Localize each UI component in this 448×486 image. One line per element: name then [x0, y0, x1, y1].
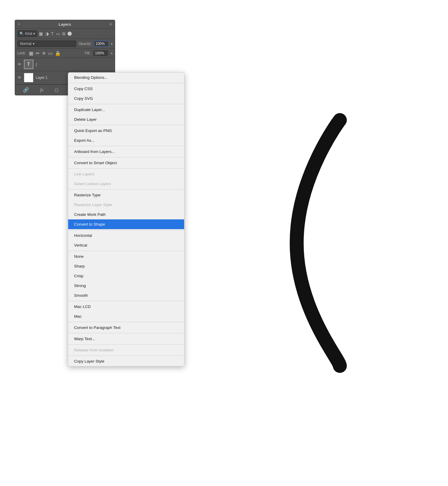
type-filter-icon[interactable]: T	[51, 31, 54, 36]
canvas-curve-svg	[279, 110, 361, 376]
menu-sharp[interactable]: Sharp	[68, 261, 184, 271]
smart-filter-icon[interactable]: ⧉	[62, 31, 65, 36]
menu-convert-to-shape[interactable]: Convert to Shape	[68, 219, 184, 229]
layer-thumbnail-text: T	[24, 60, 33, 69]
blend-mode-label: Normal	[20, 42, 32, 46]
opacity-input[interactable]	[94, 41, 109, 47]
menu-copy-layer-style[interactable]: Copy Layer Style	[68, 356, 184, 366]
menu-copy-css[interactable]: Copy CSS	[68, 84, 184, 94]
menu-separator	[68, 230, 184, 230]
mask-icon[interactable]: ◻	[55, 87, 58, 93]
fill-dropdown-icon[interactable]: ▾	[111, 52, 112, 55]
opacity-label: Opacity:	[79, 42, 91, 46]
kind-dropdown[interactable]: 🔍 Kind ▾	[17, 30, 37, 37]
menu-blending-options[interactable]: Blending Options...	[68, 73, 184, 82]
fx-icon[interactable]: fx	[40, 87, 44, 93]
blend-opacity-row: Normal ▾ Opacity: ▾	[15, 39, 115, 49]
menu-separator	[68, 168, 184, 169]
panel-menu-icon[interactable]: ≡	[109, 22, 112, 27]
lock-paint-icon[interactable]: ✏	[36, 50, 40, 56]
menu-warp-text[interactable]: Warp Text...	[68, 334, 184, 344]
menu-create-work-path[interactable]: Create Work Path	[68, 210, 184, 219]
menu-vertical[interactable]: Vertical	[68, 240, 184, 250]
blend-mode-dropdown[interactable]: Normal ▾	[17, 40, 76, 47]
menu-separator	[68, 301, 184, 301]
shape-filter-icon[interactable]: ▭	[56, 31, 60, 36]
menu-delete-layer[interactable]: Delete Layer	[68, 115, 184, 124]
menu-separator	[68, 157, 184, 157]
menu-export-as[interactable]: Export As...	[68, 136, 184, 145]
blend-chevron-icon: ▾	[33, 42, 35, 46]
lock-pixels-icon[interactable]: ▦	[29, 50, 33, 56]
pixel-filter-icon[interactable]: ▦	[39, 31, 43, 36]
menu-convert-smart-object[interactable]: Convert to Smart Object	[68, 158, 184, 168]
menu-separator	[68, 333, 184, 333]
menu-separator	[68, 251, 184, 251]
filter-icons: ▦ ◑ T ▭ ⧉	[39, 31, 72, 36]
canvas-area	[192, 0, 448, 486]
panel-close-icon[interactable]: ×	[18, 22, 20, 26]
layer-item[interactable]: 👁 T (	[15, 58, 115, 71]
menu-separator	[68, 83, 184, 83]
lock-icons: ▦ ✏ ✛ ▭ 🔒	[29, 50, 61, 56]
lock-artboard-icon[interactable]: ▭	[48, 50, 53, 56]
fill-input[interactable]	[93, 50, 108, 56]
fill-label: Fill:	[85, 51, 90, 55]
menu-separator	[68, 355, 184, 356]
kind-label: Kind	[25, 32, 32, 36]
layer-visibility-icon[interactable]: 👁	[17, 75, 22, 80]
menu-link-layers[interactable]: Link Layers	[68, 169, 184, 179]
menu-mac-lcd[interactable]: Mac LCD	[68, 302, 184, 312]
layer-name: Layer 1	[36, 76, 48, 80]
layer-thumbnail-fill	[24, 73, 33, 82]
layer-name: (	[36, 62, 37, 66]
layer-visibility-icon[interactable]: 👁	[17, 62, 22, 67]
menu-copy-svg[interactable]: Copy SVG	[68, 94, 184, 103]
panel-title: Layers	[58, 22, 71, 27]
kind-chevron-icon: ▾	[33, 32, 35, 36]
menu-select-linked-layers[interactable]: Select Linked Layers	[68, 179, 184, 189]
menu-release-from-isolation[interactable]: Release from Isolation	[68, 345, 184, 355]
menu-rasterize-type[interactable]: Rasterize Type	[68, 190, 184, 200]
search-icon: 🔍	[19, 32, 24, 36]
lock-all-icon[interactable]: 🔒	[55, 50, 61, 56]
lock-label: Lock:	[17, 51, 26, 55]
circle-filter-icon[interactable]	[68, 32, 72, 36]
menu-separator	[68, 344, 184, 345]
menu-duplicate-layer[interactable]: Duplicate Layer...	[68, 105, 184, 115]
menu-rasterize-layer-style[interactable]: Rasterize Layer Style	[68, 200, 184, 210]
opacity-dropdown-icon[interactable]: ▾	[111, 42, 112, 45]
menu-horizontal[interactable]: Horizontal	[68, 231, 184, 240]
adjustment-filter-icon[interactable]: ◑	[45, 31, 49, 36]
context-menu: Blending Options... Copy CSS Copy SVG Du…	[68, 72, 184, 366]
lock-row: Lock: ▦ ✏ ✛ ▭ 🔒 Fill: ▾	[15, 49, 115, 58]
menu-separator	[68, 146, 184, 146]
menu-none[interactable]: None	[68, 252, 184, 261]
menu-separator	[68, 125, 184, 125]
menu-smooth[interactable]: Smooth	[68, 291, 184, 300]
link-icon[interactable]: 🔗	[23, 87, 29, 93]
menu-separator	[68, 322, 184, 322]
menu-separator	[68, 104, 184, 104]
menu-convert-paragraph-text[interactable]: Convert to Paragraph Text	[68, 323, 184, 332]
menu-strong[interactable]: Strong	[68, 281, 184, 291]
menu-mac[interactable]: Mac	[68, 312, 184, 321]
menu-quick-export-png[interactable]: Quick Export as PNG	[68, 126, 184, 136]
panel-kind-toolbar: 🔍 Kind ▾ ▦ ◑ T ▭ ⧉	[15, 29, 115, 39]
menu-separator	[68, 189, 184, 190]
panel-titlebar: × Layers ≡	[15, 20, 115, 29]
lock-move-icon[interactable]: ✛	[42, 50, 46, 56]
menu-crisp[interactable]: Crisp	[68, 271, 184, 281]
menu-artboard-from-layers[interactable]: Artboard from Layers...	[68, 147, 184, 156]
